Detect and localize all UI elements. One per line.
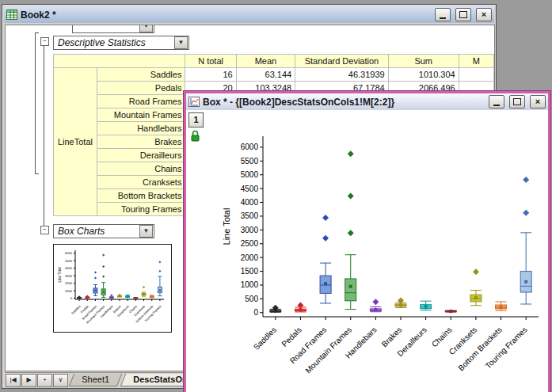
book-maximize-button[interactable]: [455, 8, 471, 21]
close-icon: ×: [482, 10, 486, 19]
section-descriptive-statistics-label: Descriptive Statistics: [58, 37, 173, 48]
clipped-section-dropdown-button[interactable]: ▼: [139, 25, 153, 32]
report-bracket-bottom: [35, 173, 39, 174]
section-box-charts-label: Box Charts: [58, 226, 139, 237]
svg-text:2000: 2000: [65, 281, 73, 285]
row-label-cell[interactable]: Pedals: [97, 82, 185, 95]
maximize-icon: [459, 11, 467, 18]
svg-text:0: 0: [253, 308, 258, 317]
value-cell[interactable]: [459, 68, 493, 82]
y-axis[interactable]: 0100020003000400050006000: [65, 250, 75, 300]
svg-text:4000: 4000: [65, 266, 73, 270]
nav-first-button[interactable]: |◀: [6, 374, 21, 387]
report-bracket-line: [35, 32, 36, 174]
svg-text:1000: 1000: [241, 280, 259, 289]
book-close-button[interactable]: ×: [476, 8, 492, 21]
svg-text:3000: 3000: [241, 226, 259, 234]
graph-minimize-button[interactable]: [489, 95, 504, 108]
minimize-icon: [493, 105, 500, 106]
add-sheet-button[interactable]: +: [37, 374, 52, 387]
row-label-cell[interactable]: Handlebars: [97, 122, 185, 135]
maximize-icon: [513, 98, 521, 105]
box-chart-thumbnail[interactable]: 0100020003000400050006000SaddlesPedalsRo…: [54, 245, 169, 329]
y-axis-title[interactable]: Line Total: [58, 267, 62, 282]
row-group-cell[interactable]: LineTotal: [54, 68, 97, 216]
table-row: LineTotalSaddles1663.14446.319391010.304: [54, 68, 494, 82]
box-chart[interactable]: 0500100015002000250030003500400045005000…: [186, 110, 543, 383]
row-label-cell[interactable]: Derailleurs: [97, 149, 185, 162]
svg-text:4500: 4500: [241, 185, 259, 193]
svg-text:Pedals: Pedals: [280, 325, 303, 348]
row-label-cell[interactable]: Saddles: [97, 68, 185, 82]
minimize-icon: [440, 17, 446, 19]
graph-client-area: 1 05001000150020002500300035004000450050…: [186, 110, 548, 392]
box-chart-thumbnail-frame[interactable]: 0100020003000400050006000SaddlesPedalsRo…: [53, 244, 172, 333]
column-header[interactable]: Standard Deviation: [295, 55, 389, 68]
box-road-frames[interactable]: Road Frames: [288, 215, 331, 365]
svg-text:4000: 4000: [241, 198, 259, 207]
y-axis[interactable]: 0500100015002000250030003500400045005000…: [241, 136, 263, 317]
box-chains[interactable]: Chains: [430, 310, 456, 348]
row-label-cell[interactable]: Brakes: [97, 135, 185, 149]
row-label-cell[interactable]: Road Frames: [97, 95, 185, 108]
book-titlebar[interactable]: Book2 * ×: [4, 6, 494, 23]
value-cell[interactable]: 63.144: [236, 68, 295, 82]
box-saddles[interactable]: Saddles: [70, 295, 82, 315]
value-cell[interactable]: 1010.304: [388, 68, 459, 82]
svg-text:6000: 6000: [65, 251, 73, 255]
svg-text:Brakes: Brakes: [380, 325, 404, 349]
graph-icon[interactable]: [188, 97, 200, 107]
book-minimize-button[interactable]: [435, 8, 451, 21]
column-header[interactable]: N total: [185, 55, 236, 68]
book-title: Book2 *: [21, 10, 430, 21]
stats-header-spacer[interactable]: [54, 55, 185, 68]
svg-text:1000: 1000: [65, 289, 73, 293]
tab-label: Sheet1: [82, 374, 109, 386]
nav-next-button[interactable]: ▶: [21, 374, 36, 387]
svg-text:5000: 5000: [65, 259, 73, 263]
box-brakes[interactable]: Brakes: [380, 297, 406, 348]
graph-close-button[interactable]: ×: [530, 95, 546, 108]
collapse-descriptive-statistics-button[interactable]: −: [40, 37, 49, 46]
graph-titlebar[interactable]: Box * - {[Book2]DescStatsOnCols1!M[2:2]}…: [186, 93, 548, 110]
row-label-cell[interactable]: Mountain Frames: [97, 108, 185, 122]
graph-title: Box * - {[Book2]DescStatsOnCols1!M[2:2]}: [203, 97, 484, 108]
section-connector-line: [44, 46, 44, 229]
svg-text:1500: 1500: [241, 267, 259, 276]
svg-text:Bottom Brackets: Bottom Brackets: [456, 325, 504, 373]
svg-text:6000: 6000: [241, 143, 259, 151]
descriptive-statistics-dropdown-button[interactable]: ▼: [174, 36, 188, 49]
collapse-box-charts-button[interactable]: −: [40, 226, 49, 234]
graph-maximize-button[interactable]: [509, 95, 525, 108]
worksheet-icon[interactable]: [6, 10, 17, 20]
tab-sheet1[interactable]: Sheet1: [69, 374, 122, 386]
box-pedals[interactable]: Pedals: [280, 303, 306, 348]
svg-text:5500: 5500: [241, 157, 259, 166]
svg-text:Saddles: Saddles: [252, 325, 278, 352]
column-header[interactable]: Sum: [388, 55, 459, 68]
value-cell[interactable]: 16: [185, 68, 236, 82]
svg-text:3500: 3500: [241, 211, 259, 220]
row-label-cell[interactable]: Cranksets: [97, 176, 185, 189]
value-cell[interactable]: 46.31939: [295, 68, 389, 82]
box-charts-dropdown-button[interactable]: ▼: [139, 225, 153, 238]
section-box-charts: Box Charts ▼: [53, 224, 154, 238]
svg-text:0: 0: [70, 296, 73, 300]
svg-text:500: 500: [245, 295, 258, 303]
row-label-cell[interactable]: Chains: [97, 162, 185, 176]
svg-text:2500: 2500: [241, 239, 259, 248]
clipped-section-box: ▼: [72, 25, 154, 33]
svg-text:3000: 3000: [65, 274, 73, 278]
row-label-cell[interactable]: Touring Frames: [97, 203, 185, 216]
close-icon: ×: [535, 97, 540, 106]
column-header[interactable]: M: [459, 55, 493, 68]
y-axis-title[interactable]: Line Total: [222, 208, 231, 245]
row-label-cell[interactable]: Bottom Brackets: [97, 189, 185, 203]
graph-window: Box * - {[Book2]DescStatsOnCols1!M[2:2]}…: [184, 91, 550, 392]
column-header[interactable]: Mean: [236, 55, 295, 68]
sheet-list-button[interactable]: ∨: [53, 374, 68, 387]
svg-text:Mountain Frames: Mountain Frames: [303, 325, 353, 375]
svg-text:2000: 2000: [241, 253, 259, 262]
section-descriptive-statistics: Descriptive Statistics ▼: [53, 36, 189, 50]
svg-text:Saddles: Saddles: [70, 304, 82, 315]
